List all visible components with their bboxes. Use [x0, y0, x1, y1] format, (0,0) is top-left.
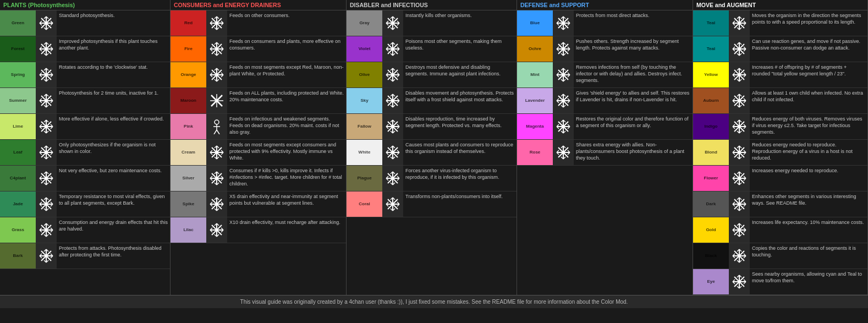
- entry-color-name: Cream: [180, 149, 196, 156]
- table-row: Jade Temporary resistance to most viral …: [0, 191, 170, 217]
- entry-desc: Rotates according to the 'clockwise' sta…: [57, 62, 170, 87]
- entry-color-3: Summer: [0, 88, 36, 113]
- entry-icon: [36, 10, 57, 36]
- entry-desc: Feeds on infectious and weakened segment…: [227, 114, 346, 139]
- column-disabler: DISABLER and INFECTIOUSGray Instantly ki…: [347, 0, 517, 295]
- entry-icon: [382, 166, 403, 191]
- entry-color-9: Bark: [0, 243, 36, 269]
- table-row: Auburn Allows at least 1 own child when …: [693, 88, 867, 114]
- entry-desc: Forces another virus-infected organism t…: [403, 166, 517, 191]
- table-row: White Causes most plants and consumers t…: [347, 140, 517, 166]
- entry-icon: [36, 243, 57, 269]
- table-row: Olive Destroys most defensive and disabl…: [347, 62, 517, 88]
- entry-color-name: Sky: [359, 97, 369, 105]
- entry-desc: Consumes if # kills >0, kills improve it…: [227, 166, 346, 191]
- table-row: Rose Shares extra energy with allies. No…: [517, 140, 693, 166]
- entry-color-name: Ochre: [528, 45, 542, 53]
- entry-icon: [553, 62, 574, 87]
- entry-color-0: Red: [171, 10, 206, 36]
- table-row: Blue Protects from most direct attacks.: [517, 10, 693, 36]
- entry-color-3: Lavender: [517, 88, 553, 113]
- table-row: Indigo Reduces energy of both viruses. R…: [693, 114, 867, 140]
- entry-color-name: Spike: [182, 200, 195, 208]
- entry-desc: More effective if alone, less effective …: [57, 114, 170, 139]
- svg-line-164: [217, 130, 219, 134]
- table-row: Bark Protects from attacks. Photosynthes…: [0, 243, 170, 269]
- entry-color-5: Blond: [693, 140, 729, 165]
- entry-color-9: Black: [693, 243, 729, 269]
- entry-icon: [729, 10, 750, 36]
- entry-icon: [36, 191, 57, 217]
- entry-desc: Pushes others. Strength increased by seg…: [574, 36, 693, 62]
- entry-desc: Increases life expectancy. 10% maintenan…: [750, 217, 867, 243]
- entry-color-8: Grass: [0, 217, 36, 243]
- column-header-defense: DEFENSE and SUPPORT: [517, 0, 693, 10]
- table-row: Dark Enhances other segments in various …: [693, 191, 867, 217]
- entry-desc: Protects from attacks. Photosynthesis di…: [57, 243, 170, 269]
- entry-color-name: Spring: [10, 71, 26, 79]
- entry-color-name: Lime: [12, 123, 24, 130]
- entry-icon: [729, 62, 750, 87]
- entry-color-name: Black: [704, 252, 718, 260]
- entry-color-0: Green: [0, 10, 36, 36]
- entry-icon: [382, 114, 403, 139]
- entry-desc: Shares extra energy with allies. Non-pla…: [574, 140, 693, 165]
- entry-color-2: Orange: [171, 62, 206, 87]
- entry-icon: [206, 217, 227, 243]
- entry-icon: [553, 36, 574, 62]
- entry-desc: Restores the original color and therefor…: [574, 114, 693, 139]
- entry-desc: Destroys most defensive and disabling se…: [403, 62, 517, 87]
- entry-icon: [206, 62, 227, 87]
- table-row: Eye Sees nearby organisms, allowing cyan…: [693, 269, 867, 295]
- entry-icon: [36, 88, 57, 113]
- table-row: Fallow Disables reproduction, time incre…: [347, 114, 517, 140]
- entry-desc: Reduces energy needed to reproduce. Repr…: [750, 140, 867, 165]
- entry-color-6: Plague: [347, 166, 382, 191]
- entry-icon: [729, 217, 750, 243]
- entry-icon: [729, 36, 750, 62]
- entry-color-10: Eye: [693, 269, 729, 294]
- entry-desc: Protects from most direct attacks.: [574, 10, 693, 36]
- entry-desc: Moves the organism in the direction the …: [750, 10, 867, 36]
- entry-color-7: Dark: [693, 191, 729, 217]
- entry-color-name: Dark: [705, 200, 717, 208]
- table-row: Forest Improved photosynthesis if this p…: [0, 36, 170, 62]
- entry-color-0: Gray: [347, 10, 382, 36]
- entry-icon: [206, 140, 227, 165]
- entry-color-2: Spring: [0, 62, 36, 87]
- entry-color-name: Grass: [10, 226, 25, 234]
- table-row: Black Copies the color and reactions of …: [693, 243, 867, 269]
- table-row: Lime More effective if alone, less effec…: [0, 114, 170, 140]
- entry-icon: [36, 114, 57, 139]
- column-header-consumers: CONSUMERS and ENERGY DRAINERS: [171, 0, 346, 10]
- entry-color-name: Forest: [10, 45, 25, 53]
- entry-color-1: Violet: [347, 36, 382, 62]
- table-row: Violet Poisons most other segments, maki…: [347, 36, 517, 62]
- entry-desc: Feeds on most segments except Red, Maroo…: [227, 62, 346, 87]
- entry-color-1: Ochre: [517, 36, 553, 62]
- main-container: PLANTS (Photosynthesis)Green Standard ph…: [0, 0, 868, 308]
- entry-color-name: Rose: [529, 149, 542, 156]
- entry-desc: Allows at least 1 own child when infecte…: [750, 88, 867, 113]
- table-row: Green Standard photosynthesis.: [0, 10, 170, 36]
- table-row: Spring Rotates according to the 'clockwi…: [0, 62, 170, 88]
- entry-color-name: Flower: [703, 174, 719, 182]
- entry-color-name: Summer: [8, 97, 28, 105]
- entry-icon: [382, 191, 403, 217]
- table-row: Blond Reduces energy needed to reproduce…: [693, 140, 867, 166]
- entry-color-7: Coral: [347, 191, 382, 217]
- entry-color-name: Red: [183, 19, 194, 27]
- entry-icon: [553, 114, 574, 139]
- entry-color-8: Lilac: [171, 217, 206, 243]
- entry-color-2: Olive: [347, 62, 382, 87]
- entry-icon: [382, 62, 403, 87]
- entry-icon: [382, 88, 403, 113]
- entry-color-1: Fire: [171, 36, 206, 62]
- table-row: Ochre Pushes others. Strength increased …: [517, 36, 693, 62]
- table-row: Mint Removes infections from self (by to…: [517, 62, 693, 88]
- entry-color-8: Gold: [693, 217, 729, 243]
- table-row: Flower Increases energy needed to reprod…: [693, 166, 867, 191]
- entry-desc: Disables reproduction, time increased by…: [403, 114, 517, 139]
- entry-icon: [553, 140, 574, 165]
- entry-color-name: Plague: [356, 174, 372, 182]
